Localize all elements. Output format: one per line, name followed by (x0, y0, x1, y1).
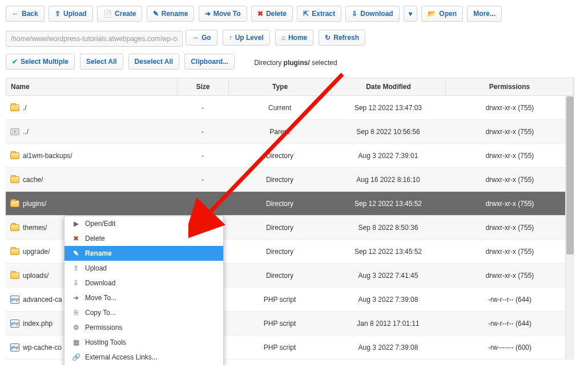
context-copy-to[interactable]: ⎘Copy To... (65, 305, 223, 320)
cell-type: Directory (228, 242, 331, 261)
file-name-label: wp-cache-co (23, 343, 62, 351)
header-date[interactable]: Date Modified (332, 78, 446, 95)
external-links-icon: 🔗 (71, 353, 80, 361)
cell-date: Sep 12 2022 13:45:52 (331, 242, 445, 261)
grid-header: Name Size Type Date Modified Permissions (6, 78, 574, 96)
go-button[interactable]: →Go (186, 30, 218, 46)
file-name-label: upgrade/ (23, 248, 50, 256)
move-to-icon: ➔ (71, 294, 80, 302)
move-to-button[interactable]: ➔Move To (199, 6, 247, 22)
open-icon: 📂 (428, 10, 436, 18)
open-button[interactable]: 📂Open (421, 6, 463, 22)
table-row[interactable]: ./-CurrentSep 12 2022 13:47:03drwxr-xr-x… (6, 96, 574, 120)
cell-perm: drwxr-xr-x (755) (445, 146, 574, 165)
context-label: Hosting Tools (85, 338, 126, 346)
table-row[interactable]: ↑../-ParentSep 8 2022 10:56:56drwxr-xr-x… (6, 120, 574, 144)
table-row[interactable]: cache/-DirectoryAug 16 2022 8:16:10drwxr… (6, 168, 574, 192)
create-button[interactable]: 📄Create (97, 6, 142, 22)
uplevel-button[interactable]: ↑Up Level (223, 30, 270, 46)
folder-icon (10, 104, 19, 111)
cell-perm: drwxr-xr-x (755) (445, 266, 574, 285)
context-label: Permissions (85, 324, 122, 332)
more-button[interactable]: More... (467, 6, 502, 22)
cell-perm: -rw-r--r-- (644) (445, 314, 574, 333)
extract-icon: ⇱ (303, 10, 309, 18)
context-move-to[interactable]: ➔Move To... (65, 290, 223, 305)
move-icon: ➔ (205, 10, 211, 18)
upload-button[interactable]: ⇧Upload (49, 6, 93, 22)
file-name-label: ai1wm-backups/ (23, 152, 72, 160)
php-file-icon: php (10, 296, 19, 304)
cell-type: Current (228, 98, 331, 118)
arrow-left-icon: ← (12, 10, 19, 18)
delete-button[interactable]: ✖Delete (251, 6, 293, 22)
download-split-button[interactable]: ▾ (404, 6, 417, 22)
path-toolbar: →Go ↑Up Level ⌂Home ↻Refresh (6, 30, 574, 48)
table-row[interactable]: plugins/-DirectorySep 12 2022 13:45:52dr… (6, 192, 574, 216)
header-name[interactable]: Name (6, 78, 178, 95)
cell-perm: -rw------- (600) (445, 338, 574, 357)
context-hosting-tools[interactable]: ▦Hosting Tools (65, 335, 223, 350)
cell-date: Sep 8 2022 8:50:36 (331, 218, 445, 237)
header-type[interactable]: Type (229, 78, 332, 95)
cell-type: PHP script (228, 314, 331, 333)
context-permissions[interactable]: ⚙Permissions (65, 320, 223, 335)
file-name-label: ./ (23, 104, 27, 112)
selection-status: Directory plugins/ selected (254, 59, 337, 67)
context-open-edit[interactable]: ▶Open/Edit (65, 216, 223, 231)
table-row[interactable]: ai1wm-backups/-DirectoryAug 3 2022 7:39:… (6, 144, 574, 168)
cell-size: - (177, 170, 228, 189)
rename-button[interactable]: ✎Rename (147, 6, 195, 22)
delete-icon: ✖ (71, 235, 80, 243)
cell-date: Sep 8 2022 10:56:56 (331, 122, 445, 142)
check-icon: ✔ (12, 58, 18, 66)
header-perm[interactable]: Permissions (446, 78, 574, 95)
path-input[interactable] (6, 31, 183, 47)
select-multiple-button[interactable]: ✔Select Multiple (6, 54, 75, 70)
download-button[interactable]: ⇩Download (345, 6, 399, 22)
deselect-all-button[interactable]: Deselect All (128, 54, 180, 70)
cell-type: Directory (228, 194, 331, 213)
cell-size: - (177, 146, 228, 165)
cell-type: Directory (228, 218, 331, 237)
home-button[interactable]: ⌂Home (275, 30, 314, 46)
home-icon: ⌂ (281, 34, 285, 42)
hosting-tools-icon: ▦ (71, 338, 80, 346)
php-file-icon: php (10, 320, 19, 328)
extract-button[interactable]: ⇱Extract (297, 6, 341, 22)
up-folder-icon: ↑ (10, 128, 19, 135)
context-label: Upload (85, 264, 107, 272)
context-delete[interactable]: ✖Delete (65, 231, 223, 246)
pencil-icon: ✎ (153, 10, 159, 18)
file-name-label: cache/ (23, 176, 43, 184)
cell-size: - (177, 194, 228, 213)
clipboard-button[interactable]: Clipboard... (184, 54, 235, 70)
cell-perm: drwxr-xr-x (755) (445, 170, 574, 189)
rename-icon: ✎ (71, 249, 80, 257)
php-file-icon: php (10, 343, 19, 351)
refresh-button[interactable]: ↻Refresh (319, 30, 365, 46)
scroll-thumb[interactable] (566, 96, 574, 254)
scrollbar[interactable] (565, 96, 574, 359)
toolbar-top: ←Back ⇧Upload 📄Create ✎Rename ➔Move To ✖… (6, 6, 574, 24)
file-name-label: advanced-ca (23, 296, 62, 304)
context-label: Copy To... (85, 309, 116, 317)
back-button[interactable]: ←Back (6, 6, 45, 22)
context-visit-browser[interactable]: 🌐Visit selected item in Web Browser... (65, 365, 223, 365)
permissions-icon: ⚙ (71, 324, 80, 332)
context-rename[interactable]: ✎Rename (65, 246, 223, 261)
upload-icon: ⇧ (71, 264, 80, 272)
header-size[interactable]: Size (178, 78, 229, 95)
cell-perm: drwxr-xr-x (755) (445, 194, 574, 213)
context-download[interactable]: ⇩Download (65, 276, 223, 290)
context-menu: ▶Open/Edit✖Delete✎Rename⇧Upload⇩Download… (64, 216, 224, 365)
cell-perm: drwxr-xr-x (755) (445, 98, 574, 118)
context-label: Open/Edit (85, 220, 115, 228)
context-upload[interactable]: ⇧Upload (65, 261, 223, 276)
context-label: Rename (85, 249, 112, 257)
cell-date: Aug 3 2022 7:39:08 (331, 338, 445, 357)
select-all-button[interactable]: Select All (80, 54, 123, 70)
cell-date: Aug 16 2022 8:16:10 (331, 170, 445, 189)
context-external-links[interactable]: 🔗External Access Links... (65, 350, 223, 365)
folder-icon (10, 200, 19, 207)
